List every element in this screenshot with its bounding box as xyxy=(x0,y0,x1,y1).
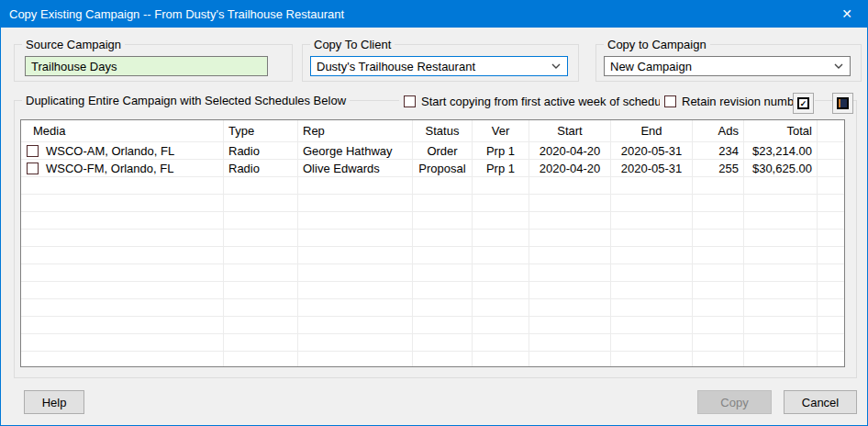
cell-ads: 255 xyxy=(693,160,744,176)
check-all-button[interactable]: ✓ xyxy=(793,93,814,114)
cancel-button[interactable]: Cancel xyxy=(784,390,857,414)
cell-filler xyxy=(818,142,844,159)
cell-rep xyxy=(298,352,413,367)
cell-media xyxy=(21,195,224,211)
cell-ads xyxy=(693,334,744,351)
cell-filler xyxy=(818,212,844,229)
copy-to-campaign-select[interactable]: New Campaign xyxy=(604,56,851,76)
cell-ver xyxy=(473,352,529,367)
cell-media xyxy=(21,230,224,246)
chevron-down-icon xyxy=(545,57,567,75)
column-header-end[interactable]: End xyxy=(611,120,693,141)
column-header-ads[interactable]: Ads xyxy=(693,120,744,141)
cell-rep xyxy=(298,212,413,229)
help-button[interactable]: Help xyxy=(24,390,84,414)
cell-start xyxy=(529,282,611,298)
source-campaign-field[interactable]: Trailhouse Days xyxy=(25,56,268,76)
copy-to-campaign-value: New Campaign xyxy=(605,60,828,73)
cell-media xyxy=(21,177,224,194)
column-header-total[interactable]: Total xyxy=(744,120,818,141)
uncheck-all-button[interactable] xyxy=(832,93,853,114)
cell-type xyxy=(224,177,298,194)
cell-end xyxy=(611,299,693,316)
column-header-ver[interactable]: Ver xyxy=(473,120,529,141)
cell-end xyxy=(611,352,693,367)
chevron-down-icon xyxy=(828,57,850,75)
cell-ads xyxy=(693,195,744,211)
cell-status xyxy=(413,247,473,263)
cell-filler xyxy=(818,247,844,263)
close-icon[interactable]: ✕ xyxy=(826,0,868,28)
cell-start xyxy=(529,195,611,211)
cell-ver xyxy=(473,334,529,351)
table-row[interactable]: WSCO-AM, Orlando, FLRadioGeorge HathwayO… xyxy=(21,142,844,160)
table-row xyxy=(21,247,844,264)
cell-type: Radio xyxy=(224,142,298,159)
cell-rep xyxy=(298,317,413,333)
cell-end: 2020-05-31 xyxy=(611,142,693,159)
cell-end xyxy=(611,177,693,194)
table-row xyxy=(21,334,844,352)
cell-ads xyxy=(693,212,744,229)
retain-revision-option[interactable]: Retain revision numbers xyxy=(660,92,815,110)
cell-start xyxy=(529,247,611,263)
cell-ver xyxy=(473,317,529,333)
copy-to-client-select[interactable]: Dusty's Trailhouse Restaurant xyxy=(310,56,568,76)
cell-type xyxy=(224,264,298,281)
cell-ads xyxy=(693,317,744,333)
cell-media: WSCO-FM, Orlando, FL xyxy=(21,160,224,176)
column-header-start[interactable]: Start xyxy=(529,120,611,141)
cell-end xyxy=(611,317,693,333)
cell-filler xyxy=(818,299,844,316)
copy-to-campaign-group: Copy to Campaign New Campaign xyxy=(595,44,862,82)
table-header-row: MediaTypeRepStatusVerStartEndAdsTotal xyxy=(21,120,844,142)
retain-revision-label: Retain revision numbers xyxy=(682,95,810,108)
source-campaign-label: Source Campaign xyxy=(22,38,125,51)
cell-ver: Prp 1 xyxy=(473,142,529,159)
cell-filler xyxy=(818,317,844,333)
cell-type xyxy=(224,247,298,263)
cell-total xyxy=(744,317,818,333)
cell-type: Radio xyxy=(224,160,298,176)
cell-media xyxy=(21,282,224,298)
cell-type xyxy=(224,317,298,333)
column-header-status[interactable]: Status xyxy=(413,120,473,141)
cell-status xyxy=(413,352,473,367)
cell-total xyxy=(744,195,818,211)
row-checkbox[interactable] xyxy=(27,145,39,157)
media-text: WSCO-FM, Orlando, FL xyxy=(46,162,173,175)
cell-status xyxy=(413,264,473,281)
table-row xyxy=(21,352,844,367)
cell-total xyxy=(744,352,818,367)
cell-ads xyxy=(693,247,744,263)
start-copying-option[interactable]: Start copying from first active week of … xyxy=(399,92,675,110)
table-row xyxy=(21,230,844,247)
cell-total xyxy=(744,230,818,246)
column-header-media[interactable]: Media xyxy=(21,120,224,141)
cell-ver xyxy=(473,299,529,316)
copy-button[interactable]: Copy xyxy=(697,390,772,414)
cell-rep xyxy=(298,334,413,351)
retain-revision-checkbox[interactable] xyxy=(664,95,676,107)
cell-type xyxy=(224,212,298,229)
cell-rep xyxy=(298,299,413,316)
cell-status: Order xyxy=(413,142,473,159)
cell-filler xyxy=(818,264,844,281)
cell-start xyxy=(529,352,611,367)
cell-total: $23,214.00 xyxy=(744,142,818,159)
cell-type xyxy=(224,299,298,316)
cell-total xyxy=(744,177,818,194)
cell-rep xyxy=(298,247,413,263)
row-checkbox[interactable] xyxy=(27,163,39,174)
cell-ads: 234 xyxy=(693,142,744,159)
cell-rep: George Hathway xyxy=(298,142,413,159)
cell-end: 2020-05-31 xyxy=(611,160,693,176)
table-row[interactable]: WSCO-FM, Orlando, FLRadioOlive EdwardsPr… xyxy=(21,160,844,177)
cell-ver xyxy=(473,230,529,246)
column-header-type[interactable]: Type xyxy=(224,120,298,141)
cell-ads xyxy=(693,230,744,246)
cell-rep xyxy=(298,264,413,281)
cell-end xyxy=(611,334,693,351)
column-header-rep[interactable]: Rep xyxy=(298,120,413,141)
start-copying-checkbox[interactable] xyxy=(404,95,416,107)
